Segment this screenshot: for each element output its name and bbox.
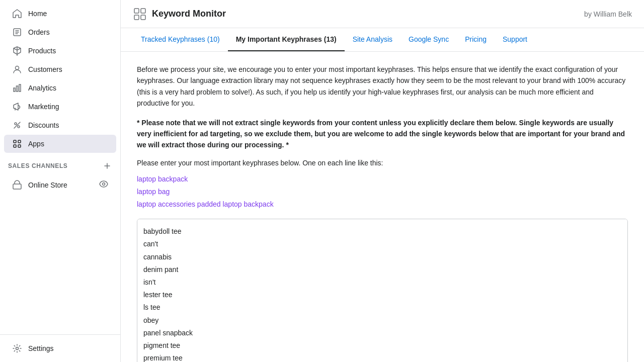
tab-support[interactable]: Support bbox=[495, 28, 535, 51]
sidebar-item-customers[interactable]: Customers bbox=[4, 60, 116, 78]
sidebar-item-analytics-label: Analytics bbox=[28, 84, 56, 92]
svg-rect-14 bbox=[134, 9, 139, 13]
svg-point-5 bbox=[15, 123, 17, 125]
sidebar-item-marketing-label: Marketing bbox=[28, 103, 59, 111]
sidebar-item-marketing[interactable]: Marketing bbox=[4, 98, 116, 116]
tabs-bar: Tracked Keyphrases (10) My Important Key… bbox=[121, 28, 644, 52]
svg-rect-17 bbox=[141, 15, 145, 20]
sidebar-nav: Home Orders Products Customers Analytics bbox=[0, 0, 120, 334]
tab-pricing[interactable]: Pricing bbox=[457, 28, 495, 51]
orders-icon bbox=[12, 27, 22, 37]
settings-icon bbox=[12, 343, 22, 353]
sidebar-item-discounts[interactable]: Discounts bbox=[4, 116, 116, 134]
svg-rect-4 bbox=[19, 84, 21, 92]
sidebar-item-products[interactable]: Products bbox=[4, 42, 116, 60]
svg-rect-10 bbox=[18, 145, 21, 147]
analytics-icon bbox=[12, 83, 22, 93]
sidebar-item-customers-label: Customers bbox=[28, 65, 62, 73]
svg-rect-3 bbox=[17, 86, 18, 92]
discounts-icon bbox=[12, 120, 22, 130]
svg-point-13 bbox=[16, 347, 19, 350]
add-channel-button[interactable] bbox=[102, 161, 112, 171]
sidebar-item-apps-label: Apps bbox=[28, 140, 44, 148]
svg-point-12 bbox=[103, 183, 105, 186]
main-content: Keyword Monitor by William Belk Tracked … bbox=[121, 0, 644, 362]
sidebar-item-settings-label: Settings bbox=[28, 344, 54, 352]
products-icon bbox=[12, 46, 22, 56]
app-header-left: Keyword Monitor bbox=[133, 7, 226, 21]
app-title: Keyword Monitor bbox=[152, 9, 226, 19]
sidebar-item-orders-label: Orders bbox=[28, 28, 50, 36]
example-phrases: laptop backpack laptop bag laptop access… bbox=[137, 173, 628, 211]
content-area: Before we process your site, we encourag… bbox=[121, 52, 644, 362]
sidebar-item-discounts-label: Discounts bbox=[28, 121, 59, 129]
sidebar-item-home[interactable]: Home bbox=[4, 5, 116, 23]
sidebar: Home Orders Products Customers Analytics bbox=[0, 0, 121, 362]
svg-rect-16 bbox=[134, 15, 139, 20]
enter-instructions: Please enter your most important keyphra… bbox=[137, 159, 628, 167]
keyphrases-textarea[interactable] bbox=[137, 219, 628, 362]
channel-label: Online Store bbox=[28, 181, 67, 189]
store-icon bbox=[12, 180, 22, 190]
tab-tracked[interactable]: Tracked Keyphrases (10) bbox=[133, 28, 228, 51]
apps-icon bbox=[12, 139, 22, 149]
sidebar-item-home-label: Home bbox=[28, 10, 47, 18]
customers-icon bbox=[12, 64, 22, 74]
intro-paragraph: Before we process your site, we encourag… bbox=[137, 64, 628, 109]
example-phrase-1[interactable]: laptop backpack bbox=[137, 173, 628, 186]
sales-channels-section: SALES CHANNELS bbox=[0, 157, 120, 175]
svg-rect-11 bbox=[13, 184, 21, 189]
svg-rect-8 bbox=[18, 140, 21, 143]
tab-google-sync[interactable]: Google Sync bbox=[400, 28, 457, 51]
svg-rect-15 bbox=[141, 9, 145, 13]
sidebar-bottom: Settings bbox=[0, 334, 120, 362]
important-note: * Please note that we will not extract s… bbox=[137, 117, 628, 151]
example-phrase-3[interactable]: laptop accessories padded laptop backpac… bbox=[137, 198, 628, 211]
app-by: by William Belk bbox=[584, 10, 632, 18]
svg-point-1 bbox=[16, 66, 19, 70]
sidebar-item-products-label: Products bbox=[28, 47, 56, 55]
svg-rect-7 bbox=[14, 140, 16, 143]
svg-rect-2 bbox=[14, 88, 15, 92]
svg-point-6 bbox=[18, 126, 20, 128]
sidebar-item-analytics[interactable]: Analytics bbox=[4, 79, 116, 97]
sidebar-item-orders[interactable]: Orders bbox=[4, 23, 116, 41]
keyword-monitor-icon bbox=[133, 7, 147, 21]
app-header: Keyword Monitor by William Belk bbox=[121, 0, 644, 28]
channel-left: Online Store bbox=[12, 180, 67, 190]
svg-rect-9 bbox=[14, 145, 16, 147]
sidebar-item-settings[interactable]: Settings bbox=[4, 339, 116, 357]
sales-channels-label: SALES CHANNELS bbox=[8, 162, 67, 169]
example-phrase-2[interactable]: laptop bag bbox=[137, 186, 628, 198]
tab-important[interactable]: My Important Keyphrases (13) bbox=[228, 28, 345, 51]
sidebar-channel-online-store[interactable]: Online Store bbox=[4, 175, 116, 194]
home-icon bbox=[12, 9, 22, 19]
sidebar-item-apps[interactable]: Apps bbox=[4, 135, 116, 153]
marketing-icon bbox=[12, 102, 22, 112]
eye-icon[interactable] bbox=[99, 179, 108, 190]
tab-site-analysis[interactable]: Site Analysis bbox=[345, 28, 400, 51]
